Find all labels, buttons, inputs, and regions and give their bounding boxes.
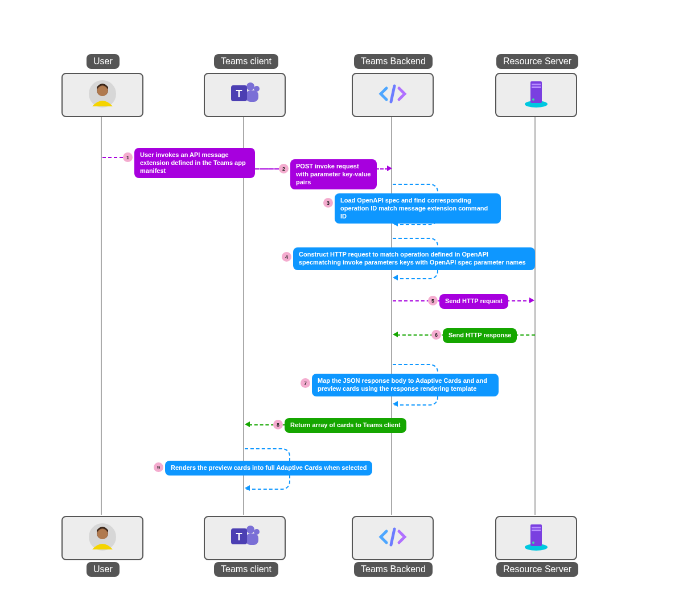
- step-8-box: Return array of cards to Teams client: [285, 418, 406, 433]
- box-user-bottom: [61, 516, 143, 560]
- step-9-box: Renders the preview cards into full Adap…: [165, 461, 372, 476]
- svg-rect-12: [532, 86, 541, 88]
- svg-point-2: [97, 86, 108, 96]
- step-5-num: 5: [428, 296, 438, 305]
- box-user-top: [61, 73, 143, 117]
- step-8-arrowhead: [245, 421, 250, 427]
- step-2-num: 2: [279, 164, 289, 173]
- label-user-top: User: [87, 54, 120, 69]
- svg-point-16: [97, 529, 108, 539]
- server-icon: [521, 78, 551, 112]
- code-icon: [378, 526, 407, 551]
- box-backend-top: [352, 73, 434, 117]
- label-user-bottom: User: [87, 562, 120, 577]
- svg-point-27: [532, 541, 534, 544]
- user-avatar-icon: [88, 79, 117, 111]
- step-7-num: 7: [301, 378, 310, 388]
- server-icon: [521, 521, 551, 555]
- svg-line-8: [391, 86, 394, 102]
- step-7-box: Map the JSON response body to Adaptive C…: [312, 374, 499, 396]
- svg-point-17: [246, 526, 254, 534]
- box-client-top: T: [204, 73, 286, 117]
- svg-rect-11: [532, 84, 541, 85]
- sequence-diagram: User Teams client Teams Backend Resource…: [0, 0, 683, 616]
- step-5-box: Send HTTP request: [439, 294, 508, 309]
- svg-point-3: [246, 82, 254, 90]
- user-avatar-icon: [88, 522, 117, 554]
- svg-rect-5: [246, 90, 258, 102]
- step-1-arrow-tail: [102, 157, 123, 158]
- svg-rect-25: [532, 527, 541, 528]
- teams-icon: T: [229, 523, 261, 553]
- step-2-arrowhead: [387, 166, 392, 171]
- box-server-top: [495, 73, 577, 117]
- step-1-num: 1: [123, 152, 133, 162]
- svg-rect-19: [246, 534, 258, 545]
- lifeline-server: [534, 117, 536, 515]
- svg-text:T: T: [236, 531, 242, 543]
- label-server-bottom: Resource Server: [496, 562, 578, 577]
- svg-rect-26: [532, 530, 541, 531]
- step-8-num: 8: [273, 420, 283, 429]
- step-5-arrowhead: [529, 297, 534, 303]
- step-9-num: 9: [154, 462, 163, 472]
- step-6-arrowhead: [393, 332, 398, 337]
- step-9-arrowhead: [245, 485, 250, 491]
- label-server-top: Resource Server: [496, 54, 578, 69]
- lifeline-backend: [391, 117, 392, 515]
- label-client-top: Teams client: [214, 54, 278, 69]
- step-2-box: POST invoke request with parameter key-v…: [290, 159, 377, 189]
- teams-icon: T: [229, 80, 261, 110]
- step-7-arrowhead: [393, 401, 398, 407]
- step-6-box: Send HTTP response: [443, 328, 517, 343]
- step-3-box: Load OpenAPI spec and find corresponding…: [335, 193, 501, 224]
- step-3-num: 3: [323, 198, 333, 208]
- svg-text:T: T: [236, 88, 242, 100]
- box-backend-bottom: [352, 516, 434, 560]
- label-client-bottom: Teams client: [214, 562, 278, 577]
- label-backend-bottom: Teams Backend: [354, 562, 433, 577]
- lifeline-user: [101, 117, 102, 515]
- step-4-box: Construct HTTP request to match operatio…: [293, 247, 535, 270]
- step-6-num: 6: [431, 330, 441, 340]
- code-icon: [378, 82, 407, 108]
- svg-point-13: [532, 98, 534, 101]
- step-1-box: User invokes an API message extension de…: [134, 148, 255, 178]
- step-4-arrowhead: [393, 275, 398, 280]
- step-4-num: 4: [282, 252, 291, 262]
- svg-line-22: [391, 529, 394, 545]
- box-server-bottom: [495, 516, 577, 560]
- label-backend-top: Teams Backend: [354, 54, 433, 69]
- box-client-bottom: T: [204, 516, 286, 560]
